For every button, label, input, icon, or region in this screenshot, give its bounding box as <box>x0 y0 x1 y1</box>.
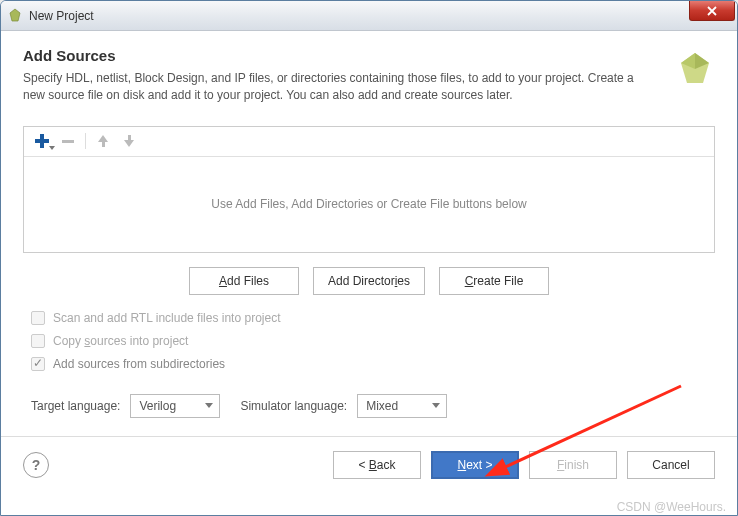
page-title: Add Sources <box>23 47 715 64</box>
help-button[interactable]: ? <box>23 452 49 478</box>
titlebar: New Project <box>1 1 737 31</box>
plus-icon <box>35 134 49 148</box>
cancel-button[interactable]: Cancel <box>627 451 715 479</box>
subdirs-label: Add sources from subdirectories <box>53 357 225 371</box>
scan-rtl-label: Scan and add RTL include files into proj… <box>53 311 280 325</box>
chevron-down-icon <box>432 403 440 408</box>
window-title: New Project <box>29 9 94 23</box>
app-icon <box>7 8 23 24</box>
move-down-button <box>117 130 141 152</box>
remove-button <box>56 130 80 152</box>
arrow-up-icon <box>98 135 108 147</box>
move-up-button <box>91 130 115 152</box>
chevron-down-icon <box>205 403 213 408</box>
page-description: Specify HDL, netlist, Block Design, and … <box>23 70 643 104</box>
checkbox-icon <box>31 311 45 325</box>
scan-rtl-option: Scan and add RTL include files into proj… <box>31 311 715 325</box>
back-button[interactable]: < Back <box>333 451 421 479</box>
target-language-select[interactable]: Verilog <box>130 394 220 418</box>
header: Add Sources Specify HDL, netlist, Block … <box>1 31 737 118</box>
finish-button: Finish <box>529 451 617 479</box>
add-files-button[interactable]: Add Files <box>189 267 299 295</box>
subdirs-option: Add sources from subdirectories <box>31 357 715 371</box>
toolbar <box>24 127 714 157</box>
minus-icon <box>62 140 74 143</box>
dialog-window: New Project Add Sources Specify HDL, net… <box>0 0 738 516</box>
nav-buttons: < Back Next > Finish Cancel <box>333 451 715 479</box>
copy-sources-label: Copy sources into project <box>53 334 188 348</box>
simulator-language-label: Simulator language: <box>240 399 347 413</box>
close-button[interactable] <box>689 1 735 21</box>
checkbox-icon <box>31 334 45 348</box>
create-file-button[interactable]: Create File <box>439 267 549 295</box>
sources-panel: Use Add Files, Add Directories or Create… <box>23 126 715 253</box>
list-placeholder: Use Add Files, Add Directories or Create… <box>211 197 526 211</box>
add-directories-button[interactable]: Add Directories <box>313 267 425 295</box>
sources-list: Use Add Files, Add Directories or Create… <box>24 157 714 252</box>
add-button[interactable] <box>30 130 54 152</box>
target-language-label: Target language: <box>31 399 120 413</box>
options-section: Scan and add RTL include files into proj… <box>1 303 737 390</box>
toolbar-separator <box>85 133 86 149</box>
next-button[interactable]: Next > <box>431 451 519 479</box>
footer: ? < Back Next > Finish Cancel <box>1 437 737 493</box>
vivado-logo-icon <box>675 49 715 89</box>
target-language-value: Verilog <box>139 399 176 413</box>
checkbox-checked-icon <box>31 357 45 371</box>
action-buttons: Add Files Add Directories Create File <box>1 253 737 303</box>
arrow-down-icon <box>124 135 134 147</box>
language-row: Target language: Verilog Simulator langu… <box>1 390 737 418</box>
simulator-language-value: Mixed <box>366 399 398 413</box>
simulator-language-select[interactable]: Mixed <box>357 394 447 418</box>
copy-sources-option: Copy sources into project <box>31 334 715 348</box>
